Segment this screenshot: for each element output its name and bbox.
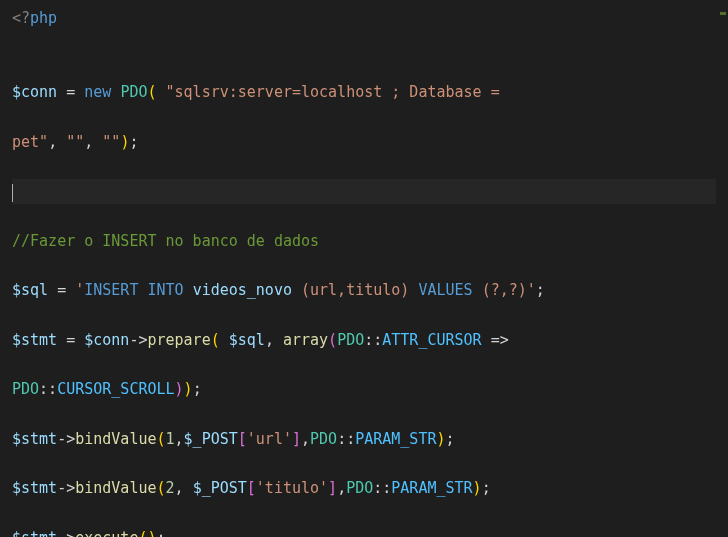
code-line: <?php xyxy=(12,6,716,31)
code-line: $stmt->bindValue(1,$_POST['url'],PDO::PA… xyxy=(12,427,716,452)
active-line xyxy=(12,179,716,204)
code-line: $conn = new PDO( "sqlsrv:server=localhos… xyxy=(12,80,716,105)
text-cursor xyxy=(12,184,13,202)
code-line: $stmt->execute(); xyxy=(12,526,716,537)
code-editor[interactable]: <?php $conn = new PDO( "sqlsrv:server=lo… xyxy=(0,0,728,537)
code-line: //Fazer o INSERT no banco de dados xyxy=(12,229,716,254)
code-line: $stmt = $conn->prepare( $sql, array(PDO:… xyxy=(12,328,716,353)
code-line: PDO::CURSOR_SCROLL)); xyxy=(12,377,716,402)
overview-ruler-marker xyxy=(720,12,726,15)
code-line: $stmt->bindValue(2, $_POST['titulo'],PDO… xyxy=(12,476,716,501)
code-line: pet", "", ""); xyxy=(12,130,716,155)
code-line: $sql = 'INSERT INTO videos_novo (url,tit… xyxy=(12,278,716,303)
editor-scrollbar[interactable] xyxy=(716,0,728,537)
